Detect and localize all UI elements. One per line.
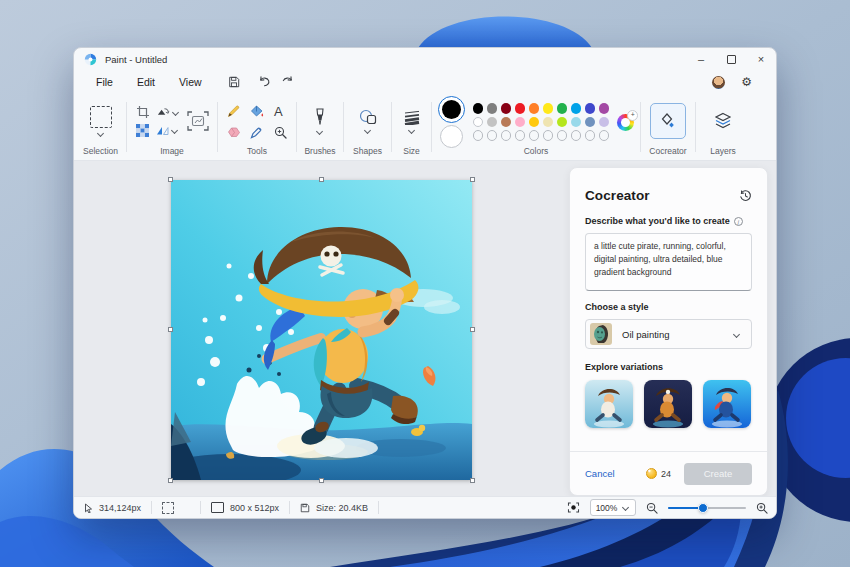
cancel-link[interactable]: Cancel	[585, 468, 615, 479]
palette-swatch[interactable]	[585, 117, 596, 128]
prompt-textbox[interactable]: a little cute pirate, running, colorful,…	[585, 233, 752, 291]
add-color-icon: +	[627, 110, 638, 121]
rotate-button[interactable]	[156, 106, 180, 118]
close-button[interactable]: ×	[746, 48, 776, 70]
fit-to-window-icon[interactable]	[567, 502, 580, 513]
palette-swatch[interactable]	[543, 103, 554, 114]
palette-swatch[interactable]	[571, 103, 582, 114]
style-dropdown[interactable]: Oil painting	[585, 319, 752, 349]
canvas[interactable]	[171, 180, 472, 480]
credit-coin-icon	[646, 468, 657, 479]
style-thumbnail	[590, 323, 612, 345]
palette-swatch[interactable]	[571, 117, 582, 128]
save-icon	[228, 76, 240, 88]
palette-swatch[interactable]	[557, 103, 568, 114]
selection-handle[interactable]	[168, 327, 173, 332]
eyedropper-tool[interactable]	[250, 126, 264, 139]
redo-button[interactable]	[281, 76, 294, 88]
palette-swatch[interactable]	[473, 117, 484, 128]
palette-swatch[interactable]	[529, 117, 540, 128]
edit-colors-button[interactable]: +	[617, 114, 634, 131]
palette-swatch-empty[interactable]	[585, 130, 596, 141]
rotate-icon	[156, 106, 170, 118]
magnifier-tool[interactable]	[274, 126, 287, 139]
zoom-out-button[interactable]	[646, 502, 658, 514]
palette-swatch[interactable]	[585, 103, 596, 114]
cocreator-button[interactable]	[650, 103, 686, 139]
variation-1[interactable]	[585, 380, 633, 428]
crop-button[interactable]	[136, 105, 150, 119]
menu-edit[interactable]: Edit	[125, 73, 167, 91]
selection-handle[interactable]	[168, 177, 173, 182]
chevron-down-icon	[172, 110, 180, 115]
info-icon[interactable]: i	[734, 217, 743, 226]
brushes-button[interactable]	[314, 108, 326, 134]
history-button[interactable]	[739, 189, 752, 202]
selection-handle[interactable]	[470, 478, 475, 483]
palette-swatch[interactable]	[501, 103, 512, 114]
palette-swatch[interactable]	[529, 103, 540, 114]
palette-swatch[interactable]	[557, 117, 568, 128]
size-button[interactable]	[403, 110, 421, 133]
palette-swatch[interactable]	[599, 103, 610, 114]
settings-gear-icon[interactable]: ⚙	[741, 76, 752, 88]
zoom-level-dropdown[interactable]: 100%	[590, 499, 636, 516]
zoom-slider[interactable]	[668, 502, 746, 514]
layers-button[interactable]	[713, 112, 733, 130]
file-size: Size: 20.4KB	[290, 501, 379, 514]
variation-2[interactable]	[644, 380, 692, 428]
color-palette	[473, 103, 610, 141]
maximize-button[interactable]	[716, 48, 746, 70]
selection-handle[interactable]	[470, 177, 475, 182]
palette-swatch-empty[interactable]	[501, 130, 512, 141]
menu-file[interactable]: File	[84, 73, 125, 91]
group-shapes: Shapes	[345, 94, 390, 160]
palette-swatch-empty[interactable]	[515, 130, 526, 141]
undo-button[interactable]	[258, 76, 271, 88]
selection-handle[interactable]	[470, 327, 475, 332]
zoom-in-button[interactable]	[756, 502, 768, 514]
save-button[interactable]	[228, 76, 240, 88]
variation-3[interactable]	[703, 380, 751, 428]
palette-swatch[interactable]	[599, 117, 610, 128]
transparent-selection-button[interactable]	[136, 124, 150, 137]
selection-handle[interactable]	[168, 478, 173, 483]
palette-swatch[interactable]	[515, 117, 526, 128]
selection-handle[interactable]	[319, 478, 324, 483]
cursor-position: 314,124px	[82, 501, 152, 514]
palette-swatch[interactable]	[501, 117, 512, 128]
eraser-tool[interactable]	[227, 126, 240, 138]
create-button[interactable]: Create	[684, 463, 752, 485]
palette-swatch-empty[interactable]	[543, 130, 554, 141]
flip-icon	[156, 125, 169, 136]
palette-swatch[interactable]	[543, 117, 554, 128]
pencil-tool[interactable]	[227, 105, 240, 118]
palette-swatch-empty[interactable]	[487, 130, 498, 141]
palette-swatch[interactable]	[487, 117, 498, 128]
selection-tool[interactable]	[90, 106, 112, 136]
palette-swatch-empty[interactable]	[473, 130, 484, 141]
palette-swatch[interactable]	[515, 103, 526, 114]
menu-view[interactable]: View	[167, 73, 214, 91]
zoom-slider-thumb[interactable]	[698, 503, 708, 513]
minimize-button[interactable]: –	[686, 48, 716, 70]
selection-size-icon	[162, 502, 174, 514]
foreground-color-swatch[interactable]	[438, 96, 465, 123]
text-tool[interactable]: A	[274, 104, 287, 119]
palette-swatch-empty[interactable]	[557, 130, 568, 141]
selection-icon	[90, 106, 112, 128]
palette-swatch-empty[interactable]	[571, 130, 582, 141]
resize-button[interactable]	[187, 111, 209, 131]
palette-swatch[interactable]	[487, 103, 498, 114]
file-size-icon	[300, 503, 310, 513]
palette-swatch-empty[interactable]	[529, 130, 540, 141]
selection-handle[interactable]	[319, 177, 324, 182]
palette-swatch[interactable]	[473, 103, 484, 114]
fill-tool[interactable]	[250, 105, 264, 118]
palette-swatch-empty[interactable]	[599, 130, 610, 141]
flip-button[interactable]	[156, 125, 180, 136]
account-avatar[interactable]	[712, 76, 725, 89]
chevron-down-icon	[171, 128, 179, 133]
shapes-button[interactable]	[359, 109, 377, 133]
background-color-swatch[interactable]	[440, 125, 463, 148]
